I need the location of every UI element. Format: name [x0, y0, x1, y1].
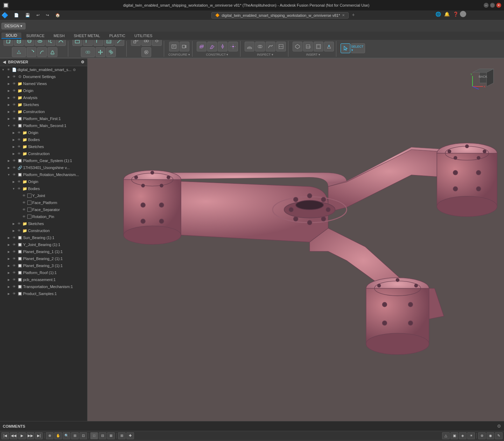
expand-ps-icon[interactable]: ▶	[6, 291, 11, 296]
tree-item-sketches3[interactable]: ▶ 👁 📁 Sketches	[10, 220, 87, 227]
insert-svg-button[interactable]: SVG	[303, 42, 313, 51]
account-icon[interactable]: ❓	[453, 12, 458, 17]
create-torus-button[interactable]	[35, 40, 45, 46]
eye-pgs-icon[interactable]: 👁	[12, 158, 16, 163]
tree-item-rotation-pin[interactable]: 👁 Rotation_Pin	[15, 213, 87, 220]
eye-ps-icon[interactable]: 👁	[12, 291, 16, 296]
create-box-button[interactable]	[4, 40, 13, 46]
tree-item-origin3[interactable]: ▶ 👁 📁 Origin	[10, 178, 87, 185]
create-extrude-button[interactable]	[12, 47, 26, 57]
display-shaded-button[interactable]: □	[90, 432, 98, 439]
expand-construction3-icon[interactable]: ▶	[11, 228, 16, 233]
construct-axis-button[interactable]	[218, 42, 227, 51]
tree-item-platform-roof[interactable]: ▶ 👁 🔲 Platform_Roof (1):1	[5, 269, 87, 276]
expand-pr-icon[interactable]: ▶	[6, 270, 11, 275]
menu-undo[interactable]: ↩	[34, 12, 42, 18]
modify-press-pull-button[interactable]	[72, 40, 82, 46]
expand-pgs-icon[interactable]: ▶	[6, 158, 11, 163]
tree-item-platform-rotation[interactable]: ▼ 👁 🔲 Platform_Rotation_Mechanism...	[5, 171, 87, 178]
display-wireframe-button[interactable]: ⊟	[99, 432, 106, 439]
body-checkbox-rpin[interactable]	[27, 215, 31, 219]
tree-item-transport[interactable]: ▶ 👁 🔲 Transportation_Mechanism:1	[5, 283, 87, 290]
tree-item-sketches2[interactable]: ▶ 👁 📁 Sketches	[10, 143, 87, 150]
eye-pb1-icon[interactable]: 👁	[12, 249, 16, 254]
eye-pcb-icon[interactable]: 👁	[12, 277, 16, 282]
3d-model-view[interactable]	[88, 58, 504, 421]
grid-button[interactable]: ⊞	[118, 432, 126, 439]
expand-doc-settings-icon[interactable]: ▶	[6, 74, 11, 79]
configure-param-button[interactable]	[169, 42, 179, 51]
assemble-motion-button[interactable]	[152, 40, 162, 46]
tree-item-pcb[interactable]: ▶ 👁 🔲 pcb_encasement:1	[5, 276, 87, 283]
expand-sketches3-icon[interactable]: ▶	[11, 221, 16, 226]
timeline-next-button[interactable]: ▶▶	[27, 432, 34, 439]
expand-bodies2-icon[interactable]: ▼	[11, 186, 16, 191]
modify-chamfer-button[interactable]	[93, 40, 103, 46]
tree-item-planet-bearing-2[interactable]: ▶ 👁 🔲 Planet_Bearing_2 (1):1	[5, 255, 87, 262]
eye-sketches2-icon[interactable]: 👁	[16, 144, 21, 149]
eye-named-views-icon[interactable]: 👁	[12, 81, 16, 86]
eye-sb-icon[interactable]: 👁	[12, 235, 16, 240]
expand-analysis-icon[interactable]: ▶	[6, 95, 11, 100]
tree-item-origin[interactable]: ▶ 👁 📁 Origin	[5, 87, 87, 94]
inspect-interference-button[interactable]	[255, 42, 265, 51]
eye-17hs-icon[interactable]: 👁	[12, 165, 16, 170]
configure-rule-button[interactable]	[180, 42, 189, 51]
view-orbit-button[interactable]: ⊕	[46, 432, 54, 439]
select-button[interactable]	[341, 43, 350, 53]
eye-bodies-icon[interactable]: 👁	[16, 137, 21, 142]
eye-prm-icon[interactable]: 👁	[12, 172, 16, 177]
tree-item-bodies2[interactable]: ▼ 👁 📁 Bodies	[10, 185, 87, 192]
eye-pb3-icon[interactable]: 👁	[12, 263, 16, 268]
tree-item-face-separator[interactable]: 👁 Face_Separator	[15, 206, 87, 213]
expand-origin2-icon[interactable]: ▶	[11, 130, 16, 135]
expand-named-views-icon[interactable]: ▶	[6, 81, 11, 86]
user-avatar[interactable]	[460, 11, 466, 17]
tree-item-platform-gear[interactable]: ▶ 👁 🔲 Platform_Gear_System (1):1	[5, 157, 87, 164]
eye-pr-icon[interactable]: 👁	[12, 270, 16, 275]
modify-align-button[interactable]	[106, 47, 116, 57]
expand-construction1-icon[interactable]: ▶	[6, 109, 11, 114]
analysis-button[interactable]: △	[442, 432, 450, 439]
expand-pms-icon[interactable]: ▼	[6, 123, 11, 128]
tree-item-face-platform[interactable]: 👁 Face_Platform	[15, 199, 87, 206]
sketch-display-button[interactable]: ✎	[495, 432, 503, 439]
insert-mesh-button[interactable]	[293, 42, 302, 51]
modify-fillet-button[interactable]	[83, 40, 93, 46]
eye-fplat-icon[interactable]: 👁	[21, 200, 26, 205]
tree-item-platform-main-first[interactable]: ▶ 👁 🔲 Platform_Main_First:1	[5, 115, 87, 122]
viewport[interactable]: BACK X Y	[88, 58, 504, 421]
eye-yjb-icon[interactable]: 👁	[12, 242, 16, 247]
inspect-measure-button[interactable]	[245, 42, 254, 51]
close-button[interactable]: ✕	[496, 3, 501, 8]
expand-transport-icon[interactable]: ▶	[6, 284, 11, 289]
tree-item-platform-main-second[interactable]: ▼ 👁 🔲 Platform_Main_Second:1	[5, 122, 87, 129]
tree-item-planet-bearing-3[interactable]: ▶ 👁 🔲 Planet_Bearing_3 (1):1	[5, 262, 87, 269]
body-display-button[interactable]: ◉	[486, 432, 494, 439]
modify-move-button[interactable]	[96, 47, 105, 57]
body-checkbox-yjoint[interactable]	[27, 194, 31, 198]
eye-pms-icon[interactable]: 👁	[12, 123, 16, 128]
view-pan-button[interactable]: ✋	[54, 432, 62, 439]
new-tab-button[interactable]: +	[352, 12, 355, 18]
tree-item-product-samples[interactable]: ▶ 👁 🔲 Product_Samples:1	[5, 290, 87, 297]
tree-item-planet-bearing-1[interactable]: ▶ 👁 🔲 Planet_Bearing_1 (1):1	[5, 248, 87, 255]
expand-bodies-icon[interactable]: ▶	[11, 137, 16, 142]
expand-sb-icon[interactable]: ▶	[6, 235, 11, 240]
expand-origin3-icon[interactable]: ▶	[11, 179, 16, 184]
expand-pb1-icon[interactable]: ▶	[6, 249, 11, 254]
joint-display-button[interactable]: ⊛	[478, 432, 486, 439]
expand-17hs-icon[interactable]: ▶	[6, 165, 11, 170]
eye-sketches3-icon[interactable]: 👁	[16, 221, 21, 226]
assemble-new-comp-button[interactable]	[131, 40, 141, 46]
tree-item-bodies[interactable]: ▶ 👁 📁 Bodies	[10, 136, 87, 143]
appearance-button[interactable]: ◈	[459, 432, 467, 439]
eye-yjoint-icon[interactable]: 👁	[21, 193, 26, 198]
expand-yjb-icon[interactable]: ▶	[6, 242, 11, 247]
eye-fsep-icon[interactable]: 👁	[21, 207, 26, 212]
expand-root-icon[interactable]: ▼	[1, 67, 6, 72]
body-checkbox-fsep[interactable]	[27, 208, 31, 212]
eye-construction2-icon[interactable]: 👁	[16, 151, 21, 156]
maximize-button[interactable]: □	[490, 3, 495, 8]
expand-sketches-icon[interactable]: ▶	[6, 102, 11, 107]
